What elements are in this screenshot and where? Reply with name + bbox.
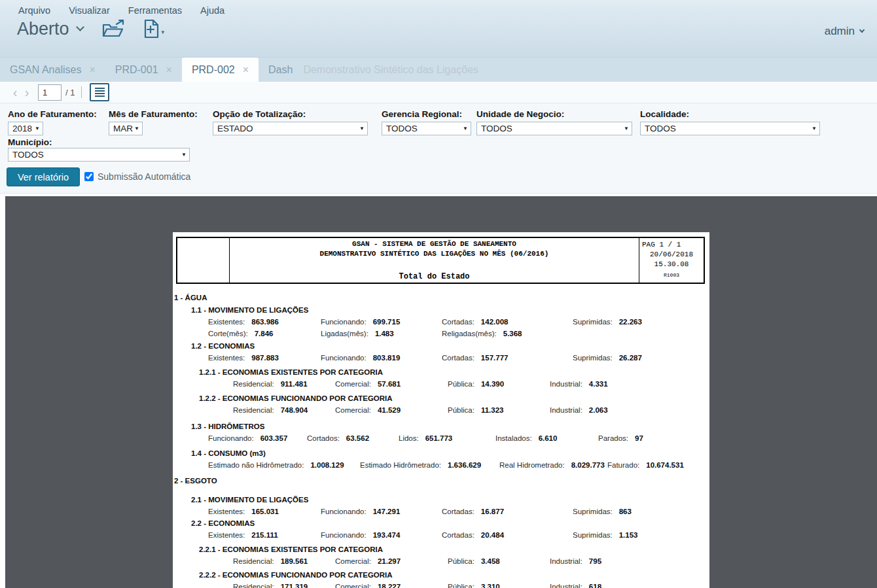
report-metric: Lidos:651.773 [399,432,452,444]
filter-select-unidade-de-negocio[interactable]: TODOS▼ [476,122,632,135]
metric-label: Existentes: [208,508,245,515]
metric-label: Industrial: [550,380,582,388]
report-page-info: PAG 1 / 1 [639,240,704,250]
app-header: Arquivo Visualizar Ferramentas Ajuda Abe… [0,0,877,58]
metric-label: Comercial: [335,380,371,388]
metric-value: 795 [589,557,601,565]
report-metric: Real Hidrometrado:8.029.773 [499,459,605,471]
auto-submit-option[interactable]: Submissão Automática [84,171,190,182]
report-section-heading: 1.4 - CONSUMO (m3) [191,447,709,459]
metric-value: 57.681 [378,380,401,388]
report-metric: Suprimidas:1.153 [573,529,638,541]
metric-value: 651.773 [425,434,453,442]
close-icon[interactable]: × [243,64,249,76]
report-data-row: Estimado não Hidrômetrado:1.008.129Estim… [173,459,709,471]
metric-value: 16.877 [481,508,504,515]
menu-arquivo[interactable]: Arquivo [18,5,50,16]
metric-value: 1.636.629 [448,461,481,469]
tab-dash[interactable]: DashDemonstrativo Sintético das Ligações [259,58,488,82]
auto-submit-checkbox[interactable] [84,172,94,181]
report-metric: Residencial:171.319 [233,581,308,588]
tab-strip: GSAN Analises×PRD-001×PRD-002×DashDemons… [0,58,877,82]
metric-value: 215.111 [251,531,277,539]
filter-label: Localidade: [640,109,689,119]
report-metric: Cortados:63.562 [307,432,369,444]
metric-value: 171.319 [281,583,308,588]
tab-prd-001[interactable]: PRD-001× [105,58,182,82]
page-count-label: / 1 [65,88,75,97]
metric-label: Residencial: [233,557,274,565]
filter-select-mês-de-faturamento[interactable]: MAR▼ [109,122,143,135]
menu-ajuda[interactable]: Ajuda [200,5,224,16]
report-metric: Comercial:18.227 [335,581,401,588]
auto-submit-label: Submissão Automática [98,171,190,182]
report-metric: Industrial:618 [550,581,601,588]
report-section-heading: 1.2.1 - ECONOMIAS EXISTENTES POR CATEGOR… [199,366,709,378]
tab-label: Dash [268,64,293,76]
metric-value: 147.291 [373,508,401,515]
menu-ferramentas[interactable]: Ferramentas [128,5,182,16]
metric-label: Cortadas: [442,531,474,539]
metric-value: 618 [589,583,601,588]
metric-value: 97 [635,434,643,442]
metric-label: Comercial: [335,406,371,414]
metric-label: Industrial: [550,583,582,588]
open-document-dropdown[interactable]: Aberto [17,19,83,39]
metric-label: Residencial: [233,380,274,388]
metric-value: 603.357 [260,434,288,442]
report-section-heading: 2.2 - ECONOMIAS [191,517,709,529]
report-metric: Ligadas(mês):1.483 [321,328,394,339]
metric-label: Funcionando: [321,508,367,515]
report-data-row: Existentes:987.883Funcionando:803.819Cor… [173,352,709,364]
metric-label: Faturado: [607,461,639,469]
tab-gsan-analises[interactable]: GSAN Analises× [0,58,105,82]
metric-label: Suprimidas: [573,508,613,515]
toolbar: Aberto ▾ [17,18,164,39]
chevron-down-icon [859,27,865,33]
toc-button[interactable] [90,83,109,101]
report-section-heading: 2.2.2 - ECONOMIAS FUNCIONANDO POR CATEGO… [199,569,709,581]
chevron-down-icon: ▼ [812,126,817,131]
view-report-button[interactable]: Ver relatório [7,167,80,186]
selected-value: TODOS [481,124,512,133]
report-metric: Funcionando:147.291 [321,506,400,517]
report-data-row: Residencial:171.319Comercial:18.227Públi… [173,581,709,588]
report-data-row: Residencial:748.904Comercial:41.529Públi… [173,404,709,416]
filter-select-localidade[interactable]: TODOS▼ [640,122,820,135]
next-page-button[interactable]: › [21,86,33,99]
chevron-down-icon: ▼ [181,152,187,158]
report-data-row: Residencial:911.481Comercial:57.681Públi… [173,378,709,390]
report-title-cell: GSAN - SISTEMA DE GESTÃO DE SANEAMENTO D… [230,238,639,283]
menu-visualizar[interactable]: Visualizar [69,5,110,16]
report-section-heading: 1 - ÁGUA [174,292,709,303]
report-metric: Suprimidas:26.287 [573,352,642,364]
metric-value: 3.310 [481,583,500,588]
close-icon[interactable]: × [166,64,172,76]
prev-page-button[interactable]: ‹ [9,86,21,99]
chevron-down-icon [76,23,84,31]
filter-select-gerencia-regional[interactable]: TODOS▼ [382,122,471,135]
metric-label: Religadas(mês): [442,330,497,337]
filter-select-município[interactable]: TODOS▼ [8,148,190,162]
divider [81,86,82,98]
metric-value: 22.263 [619,318,642,326]
tab-prd-002[interactable]: PRD-002× [182,58,259,82]
report-metric: Corte(mês):7.846 [208,328,273,339]
report-data-row: Existentes:215.111Funcionando:193.474Cor… [173,529,709,541]
filter-select-ano-de-faturamento[interactable]: 2018▼ [8,122,43,135]
close-icon[interactable]: × [89,64,95,76]
page-input[interactable] [38,84,62,101]
selected-value: MAR [113,124,133,133]
filter-select-opção-de-totalização[interactable]: ESTADO▼ [213,122,368,135]
report-metric: Residencial:189.561 [233,555,308,567]
selected-value: TODOS [645,124,676,133]
metric-value: 41.529 [378,406,401,414]
user-menu[interactable]: admin [825,25,864,38]
filter-label: Gerencia Regional: [382,109,462,119]
metric-value: 4.331 [589,380,608,388]
new-document-button[interactable]: ▾ [143,18,165,39]
metric-label: Estimado Hidrômetrado: [360,461,441,469]
open-folder-button[interactable] [101,18,125,39]
metric-label: Estimado não Hidrômetrado: [208,461,304,469]
report-time: 15.30.08 [639,260,704,269]
